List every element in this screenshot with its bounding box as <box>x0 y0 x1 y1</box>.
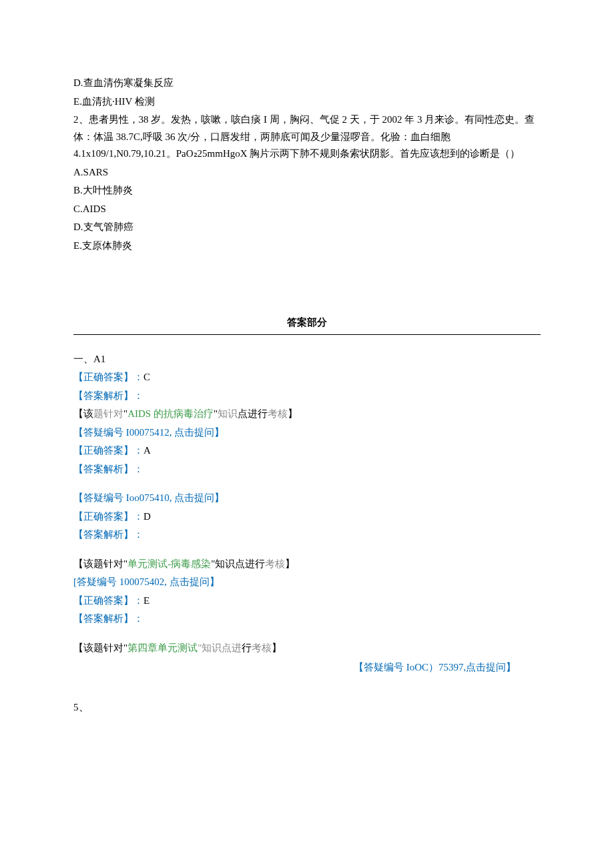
answer-topic: 【该题针对"单元测试-病毒感染"知识点进行考核】 <box>73 556 541 573</box>
q1-option-d: D.查血清伤寒凝集反应 <box>73 75 541 92</box>
q2-option-e: E.支原体肺炎 <box>73 238 541 255</box>
answer-heading-a1: 一、A1 <box>73 351 541 368</box>
q2-option-a: A.SARS <box>73 164 541 181</box>
topic-prefix: 【该题针对" <box>73 558 127 569</box>
answer-correct: 【正确答案】：A <box>73 442 541 460</box>
label-correct: 【正确答案】： <box>73 595 143 606</box>
topic-green: 第四章单元测试 <box>127 642 198 653</box>
answer-faq-link[interactable]: 【答疑编号 IoOC）75397,点击提问】 <box>354 659 541 677</box>
topic-black-mid: 行 <box>242 642 252 653</box>
topic-green: AIDS 的抗病毒治疗 <box>127 408 214 419</box>
answer-analysis-label: 【答案解析】： <box>73 461 541 478</box>
divider <box>73 334 541 335</box>
topic-suffix: 】 <box>272 642 282 653</box>
faq-text: 答疑编号 100075402, 点击提问 <box>77 576 210 587</box>
q2-option-d: D.支气管肺癌 <box>73 219 541 236</box>
topic-prefix: 【该题针对" <box>73 642 127 653</box>
q2-option-c: C.AIDS <box>73 201 541 218</box>
topic-gray-mid: "知识点进 <box>198 642 242 653</box>
answer-analysis-label: 【答案解析】： <box>73 610 541 628</box>
answer-correct: 【正确答案】：E <box>73 592 541 610</box>
topic-green: 单元测试-病毒感染 <box>127 558 211 569</box>
answer-section-title: 答案部分 <box>287 317 327 328</box>
answer-faq-link[interactable]: 【答疑编号 Ioo075410, 点击提问】 <box>73 490 541 507</box>
label-correct: 【正确答案】： <box>73 372 143 382</box>
q2-option-b: B.大叶性肺炎 <box>73 182 541 199</box>
label-correct: 【正确答案】： <box>73 511 143 522</box>
answer-correct: 【正确答案】：D <box>73 508 541 526</box>
label-correct: 【正确答案】： <box>73 445 143 456</box>
topic-mid: "知识点进行 <box>211 558 265 569</box>
answer-analysis-label: 【答案解析】： <box>73 388 541 405</box>
topic-prefix: 【该 <box>73 408 93 419</box>
answer-correct: 【正确答案】：C <box>73 369 541 386</box>
q5-label: 5、 <box>73 699 541 717</box>
faq-close: 】 <box>210 576 220 587</box>
topic-gray2: 知识 <box>218 408 238 419</box>
answer-analysis-label: 【答案解析】： <box>73 526 541 544</box>
q2-stem: 2、患者男性，38 岁。发热，咳嗽，咳白痰 I 周，胸闷、气促 2 天，于 20… <box>73 111 541 163</box>
topic-gray: 题针对 <box>93 408 123 419</box>
topic-suffix: 】 <box>288 408 298 419</box>
answer-faq-link[interactable]: 【答疑编号 I00075412, 点击提问】 <box>73 424 541 442</box>
value-correct: E <box>143 595 149 606</box>
topic-gray3: 考核 <box>252 642 272 653</box>
topic-mid: 点进行 <box>238 408 268 419</box>
value-correct: C <box>143 372 150 382</box>
topic-gray3: 考核 <box>268 408 288 419</box>
value-correct: A <box>143 445 151 456</box>
topic-gray3: 考核 <box>265 558 285 569</box>
value-correct: D <box>143 511 151 522</box>
answer-topic: 【该题针对"AIDS 的抗病毒治疗"知识点进行考核】 <box>73 406 541 423</box>
q1-option-e: E.血清抗·HIV 检测 <box>73 93 541 111</box>
topic-suffix: 】 <box>285 558 295 569</box>
answer-topic: 【该题针对"第四章单元测试"知识点进行考核】 <box>73 640 541 657</box>
answer-faq-link[interactable]: [答疑编号 100075402, 点击提问】 <box>73 574 541 591</box>
